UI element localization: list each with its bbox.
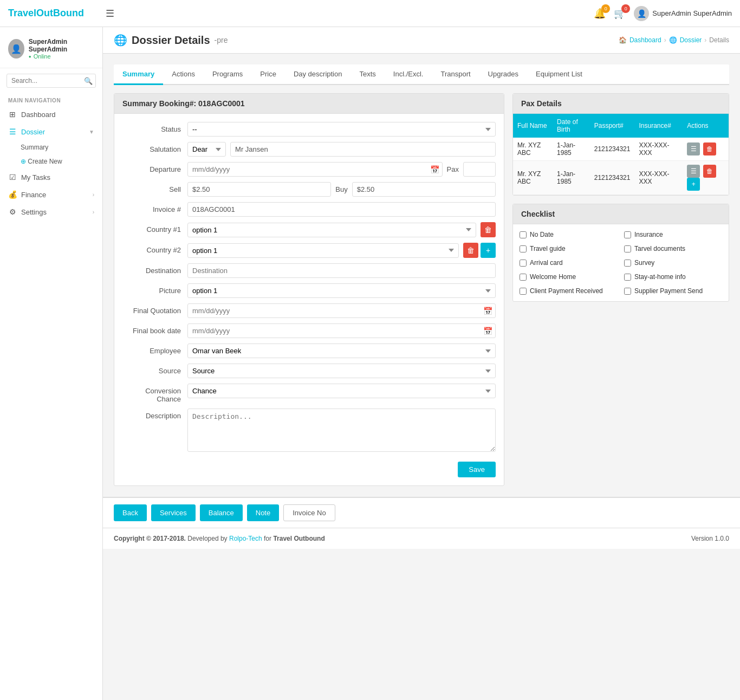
breadcrumb-dashboard[interactable]: Dashboard [629, 36, 661, 44]
tab-transport[interactable]: Transport [432, 64, 479, 85]
conversion-chance-select[interactable]: Chance [187, 384, 496, 398]
pax-delete-button[interactable]: 🗑 [703, 142, 716, 155]
note-button[interactable]: Note [247, 504, 279, 521]
invoice-input[interactable] [187, 202, 496, 217]
search-icon: 🔍 [84, 77, 93, 85]
checklist-grid: No Date Insurance Travel guide [513, 224, 729, 301]
country2-delete-button[interactable]: 🗑 [463, 243, 478, 258]
source-select[interactable]: Source [187, 364, 496, 378]
final-quotation-label: Final Quotation [122, 303, 187, 315]
sidebar-item-create-new[interactable]: ⊕ Create New [0, 154, 102, 168]
cart-button[interactable]: 🛒 0 [614, 8, 626, 20]
sidebar: 👤 SuperAdmin SuperAdmin Online 🔍 MAIN NA… [0, 27, 103, 700]
footer-version: Version 1.0.0 [691, 535, 729, 542]
tab-texts[interactable]: Texts [350, 64, 384, 85]
tab-programs[interactable]: Programs [204, 64, 251, 85]
chevron-right-icon: › [93, 209, 94, 215]
sidebar-item-finance[interactable]: 💰 Finance › [0, 186, 102, 203]
pax-list-button[interactable]: ☰ [687, 165, 700, 178]
checkbox-travel-guide[interactable] [520, 245, 527, 252]
salutation-name-input[interactable] [230, 142, 496, 157]
sidebar-item-dossier[interactable]: ☰ Dossier ▼ [0, 123, 102, 140]
tab-day-description[interactable]: Day description [285, 64, 351, 85]
col-actions: Actions [683, 114, 729, 138]
footer-agency-link[interactable]: Rolpo-Tech [229, 535, 262, 542]
conversion-chance-label: Conversion Chance [122, 384, 187, 403]
col-insurance: Insurance# [634, 114, 683, 138]
pax-list-button[interactable]: ☰ [687, 142, 700, 155]
destination-input[interactable] [187, 263, 496, 278]
calendar-icon[interactable]: 📅 [483, 327, 492, 335]
tab-price[interactable]: Price [251, 64, 285, 85]
checkbox-survey[interactable] [624, 260, 631, 267]
checklist-item-no-date: No Date [520, 231, 618, 238]
notifications-button[interactable]: 🔔 0 [594, 8, 606, 20]
checklist-item-insurance: Insurance [624, 231, 722, 238]
checkbox-insurance[interactable] [624, 231, 631, 238]
dossier-icon: ☰ [8, 127, 17, 136]
services-button[interactable]: Services [151, 504, 196, 521]
pax-add-button[interactable]: + [687, 178, 700, 191]
search-input[interactable] [7, 74, 96, 88]
country2-add-button[interactable]: + [481, 243, 496, 258]
pax-input[interactable] [463, 162, 496, 177]
checkbox-supplier-payment[interactable] [624, 288, 631, 295]
sidebar-item-settings[interactable]: ⚙ Settings › [0, 203, 102, 221]
country2-select[interactable]: option 1 [187, 243, 459, 258]
menu-icon[interactable]: ☰ [106, 8, 114, 20]
pax-table-header-row: Full Name Date of Birth Passport# Insura… [513, 114, 729, 138]
employee-select[interactable]: Omar van Beek [187, 343, 496, 358]
tab-summary[interactable]: Summary [114, 64, 163, 85]
calendar-icon[interactable]: 📅 [430, 165, 439, 174]
buy-label: Buy [335, 185, 347, 193]
final-quotation-input[interactable] [187, 303, 496, 318]
cell-dob: 1-Jan-1985 [553, 161, 590, 195]
pax-label: Pax [447, 165, 459, 173]
description-textarea[interactable] [187, 409, 496, 452]
save-button[interactable]: Save [458, 462, 496, 477]
summary-grid: Summary Booking#: 018AGC0001 Status -- [114, 93, 729, 486]
sidebar-item-label: Settings [21, 208, 47, 216]
checkbox-arrival-card[interactable] [520, 260, 527, 267]
country1-select[interactable]: option 1 [187, 223, 476, 237]
checklist-item-supplier-payment: Supplier Payment Send [624, 287, 722, 295]
calendar-icon[interactable]: 📅 [483, 307, 492, 315]
checkbox-travel-docs[interactable] [624, 245, 631, 252]
checkbox-no-date[interactable] [520, 231, 527, 238]
breadcrumb-dossier[interactable]: Dossier [680, 36, 702, 44]
salutation-label: Salutation [122, 142, 187, 153]
country1-delete-button[interactable]: 🗑 [481, 222, 496, 237]
invoice-no-button[interactable]: Invoice No [283, 504, 335, 521]
tab-actions[interactable]: Actions [163, 64, 204, 85]
destination-row: Destination [122, 263, 496, 278]
cell-full-name: Mr. XYZ ABC [513, 138, 553, 161]
globe-icon: 🌐 [114, 34, 127, 47]
tab-equipment-list[interactable]: Equipment List [527, 64, 591, 85]
checkbox-stay-home-info[interactable] [624, 274, 631, 281]
col-passport: Passport# [590, 114, 635, 138]
sidebar-item-label: My Tasks [21, 173, 50, 182]
final-book-date-input[interactable] [187, 323, 496, 338]
sidebar-item-summary[interactable]: Summary [0, 140, 102, 154]
col-dob: Date of Birth [553, 114, 590, 138]
buy-input[interactable] [352, 182, 496, 197]
status-select[interactable]: -- [187, 122, 496, 137]
chevron-right-icon: › [93, 192, 94, 198]
balance-button[interactable]: Balance [200, 504, 243, 521]
checkbox-welcome-home[interactable] [520, 274, 527, 281]
tab-upgrades[interactable]: Upgrades [479, 64, 527, 85]
salutation-select[interactable]: Dear Mr. Mrs. Ms. [187, 142, 226, 157]
pax-delete-button[interactable]: 🗑 [703, 165, 716, 178]
employee-label: Employee [122, 343, 187, 355]
departure-date-input[interactable] [187, 162, 443, 177]
tab-incl-excl[interactable]: Incl./Excl. [385, 64, 432, 85]
sidebar-item-my-tasks[interactable]: ☑ My Tasks [0, 168, 102, 186]
back-button[interactable]: Back [114, 504, 147, 521]
right-column: Pax Details Full Name Date of Birth Pass… [512, 93, 729, 486]
picture-select[interactable]: option 1 [187, 283, 496, 298]
checkbox-client-payment[interactable] [520, 288, 527, 295]
user-menu[interactable]: 👤 SuperAdmin SuperAdmin [634, 6, 732, 21]
description-row: Description [122, 409, 496, 453]
sell-input[interactable] [187, 182, 331, 197]
sidebar-item-dashboard[interactable]: ⊞ Dashboard [0, 106, 102, 123]
